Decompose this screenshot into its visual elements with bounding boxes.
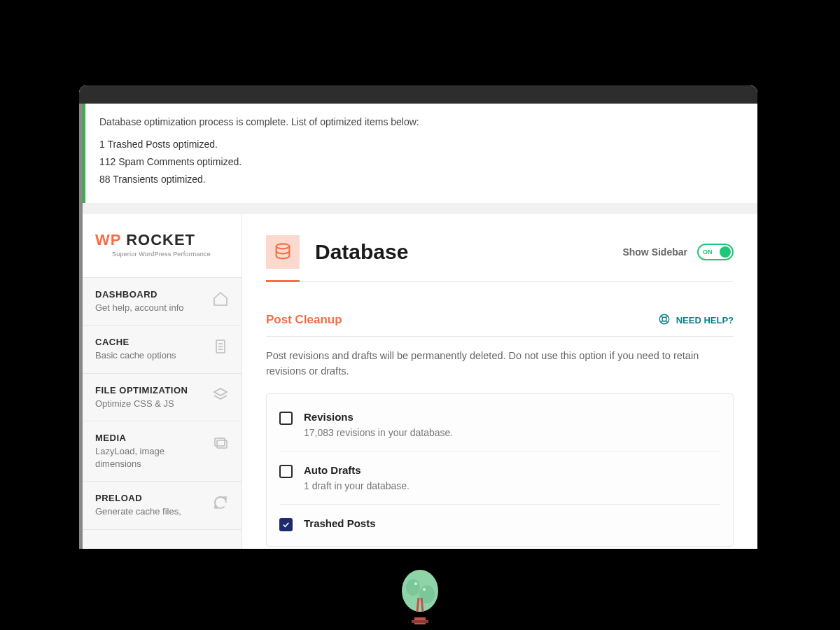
window-body: Database optimization process is complet… [79,104,757,549]
svg-rect-15 [412,620,428,623]
layers-icon [212,386,229,403]
option-sub: 17,083 revisions in your database. [304,427,720,438]
toggle-knob [720,246,731,258]
nav-title: PRELOAD [95,493,206,503]
option-label: Revisions [304,411,720,423]
option-revisions: Revisions 17,083 revisions in your datab… [279,398,720,451]
option-auto-drafts: Auto Drafts 1 draft in your database. [279,451,720,505]
logo-tagline: Superior WordPress Performance [95,251,229,258]
svg-rect-5 [215,438,225,446]
checkbox-trashed-posts[interactable] [279,518,293,531]
section-description: Post revisions and drafts will be perman… [266,348,734,379]
option-sub: 1 draft in your database. [304,480,720,491]
checkbox-auto-drafts[interactable] [279,465,293,478]
logo-text: WP ROCKET [95,231,229,249]
cleanup-options: Revisions 17,083 revisions in your datab… [266,393,734,547]
nav-sub: Optimize CSS & JS [95,398,206,410]
notice-item: 1 Trashed Posts optimized. [99,136,743,153]
nav-sub: Generate cache files, [95,505,206,518]
svg-marker-4 [214,388,227,396]
content-row: WP ROCKET Superior WordPress Performance… [83,214,757,549]
nav-sub: LazyLoad, image dimensions [95,445,206,470]
need-help-link[interactable]: NEED HELP? [658,313,734,328]
option-trashed-posts: Trashed Posts [279,505,720,546]
nav-sub: Get help, account info [95,302,206,314]
svg-point-17 [406,579,420,596]
app-window: Database optimization process is complet… [79,85,757,549]
help-label: NEED HELP? [676,315,734,326]
logo-wp: WP [95,231,121,248]
sidebar: WP ROCKET Superior WordPress Performance… [83,214,242,549]
home-icon [212,290,229,307]
nav-title: FILE OPTIMIZATION [95,385,206,396]
nav-sub: Basic cache options [95,349,206,362]
sidebar-item-media[interactable]: MEDIA LazyLoad, image dimensions [83,421,241,482]
option-label: Auto Drafts [304,464,720,476]
section-header: Post Cleanup NEED HELP? [266,313,734,337]
nav-title: DASHBOARD [95,289,206,300]
show-sidebar-label: Show Sidebar [622,246,687,258]
show-sidebar-toggle[interactable]: ON [697,244,734,260]
images-icon [212,434,229,451]
notice-heading: Database optimization process is complet… [99,116,743,127]
sidebar-item-dashboard[interactable]: DASHBOARD Get help, account info [83,278,241,326]
refresh-icon [212,494,229,511]
window-titlebar [79,85,757,104]
sidebar-item-cache[interactable]: CACHE Basic cache options [83,326,241,374]
svg-point-20 [423,588,426,591]
sidebar-item-file-optimization[interactable]: FILE OPTIMIZATION Optimize CSS & JS [83,374,241,422]
page-title: Database [315,240,408,264]
svg-point-19 [414,582,417,585]
notice-item: 88 Transients optimized. [99,171,743,188]
document-icon [212,338,229,355]
lifebuoy-icon [658,313,671,328]
database-icon [266,235,300,269]
notice-item: 112 Spam Comments optimized. [99,153,743,171]
toggle-on-label: ON [703,248,713,255]
option-label: Trashed Posts [304,517,720,529]
success-notice: Database optimization process is complet… [83,104,757,203]
svg-point-9 [662,317,666,321]
checkbox-revisions[interactable] [279,412,293,425]
nav-title: MEDIA [95,433,206,443]
logo: WP ROCKET Superior WordPress Performance [83,214,241,278]
decorative-tree-graphic [399,563,441,626]
nav-title: CACHE [95,337,206,347]
logo-rocket: ROCKET [126,231,195,248]
svg-point-7 [276,244,290,248]
svg-rect-6 [217,440,227,448]
main-panel: Database Show Sidebar ON Post Cleanup [242,214,757,549]
page-header: Database Show Sidebar ON [266,235,734,282]
post-cleanup-section: Post Cleanup NEED HELP? Post revisions a… [266,313,734,547]
sidebar-item-preload[interactable]: PRELOAD Generate cache files, [83,482,241,530]
section-title: Post Cleanup [266,313,342,327]
